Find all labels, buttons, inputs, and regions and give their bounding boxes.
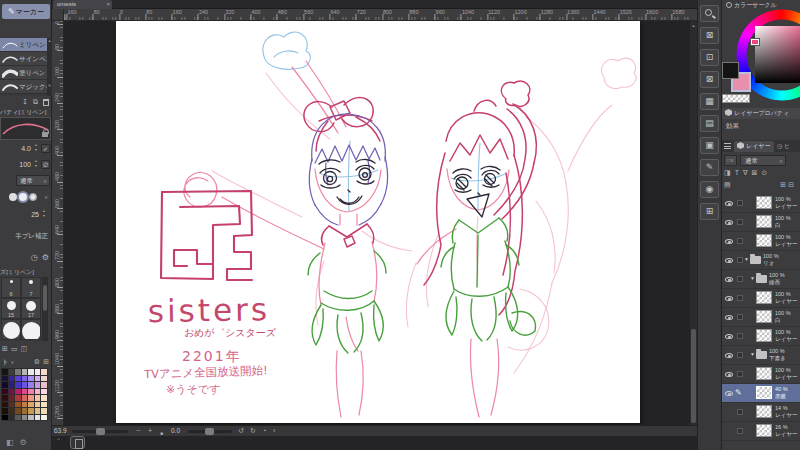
edit-box-icon[interactable]: ✎ xyxy=(700,159,719,176)
opacity-stepper[interactable]: ▲▼ xyxy=(33,159,39,168)
opacity-value[interactable]: 100 xyxy=(19,157,31,172)
layer-checkbox[interactable] xyxy=(737,257,743,263)
scroll-up-icon[interactable]: ▲ xyxy=(690,23,697,28)
layer-checkbox[interactable] xyxy=(737,276,743,282)
layer-thumbnail[interactable] xyxy=(756,367,772,380)
size-preset-large[interactable] xyxy=(21,319,41,340)
layer-row-レイヤー[interactable]: 100 %レイヤー xyxy=(722,194,800,213)
layer-property-header[interactable]: レイヤープロパティ xyxy=(722,108,800,119)
close-box-icon[interactable]: ⊠ xyxy=(700,27,719,44)
eye-icon[interactable] xyxy=(725,334,733,339)
tab-layers[interactable]: レイヤー xyxy=(734,141,774,152)
expand-caret-icon[interactable]: ⌃ xyxy=(56,437,61,444)
layer-thumbnail[interactable] xyxy=(756,291,772,304)
size-preset-7[interactable]: 7 xyxy=(21,277,41,298)
new-layer-icon[interactable]: ⊞ xyxy=(780,181,786,188)
zoom-out-icon[interactable]: − xyxy=(136,426,140,436)
rotate-ccw-icon[interactable]: ↺ xyxy=(238,426,244,436)
layer-blend-dropdown[interactable]: 通常∨ xyxy=(740,155,786,166)
navigator-chip-icon[interactable] xyxy=(70,436,85,449)
eye-icon[interactable] xyxy=(725,277,733,282)
prev-icon[interactable]: ◧ xyxy=(6,438,14,447)
brush-size-stepper[interactable]: ▲▼ xyxy=(33,143,39,152)
menu-icon[interactable] xyxy=(724,143,731,149)
folder-box-icon[interactable]: ▤ xyxy=(700,115,719,132)
canvas-viewport[interactable]: sisters おめが゛シスターズ 2201年 TVアニメ全国放送開始! ※うそ… xyxy=(64,21,690,425)
brush-list-scrollbar[interactable]: ▲▼ xyxy=(47,38,52,96)
trash-icon[interactable] xyxy=(43,99,49,106)
layer-thumbnail[interactable] xyxy=(756,234,772,247)
main-color-swatch[interactable] xyxy=(722,62,739,79)
transparent-color-swatch[interactable] xyxy=(722,94,750,103)
lock-icon[interactable]: ⊠ xyxy=(752,169,758,176)
add-box-icon[interactable]: ⊞ xyxy=(700,203,719,220)
layer-row-白[interactable]: 100 %白 xyxy=(722,308,800,327)
brush-item-ミリペン[interactable]: ミリペン xyxy=(0,38,47,52)
eye-icon[interactable] xyxy=(725,353,733,358)
antialias-mid-option[interactable] xyxy=(19,193,27,201)
camera-box-icon[interactable]: ◉ xyxy=(700,181,719,198)
layer-row-レイヤー[interactable]: 14 %レイヤー xyxy=(722,403,800,422)
layer-thumbnail[interactable] xyxy=(756,424,772,437)
eye-icon[interactable] xyxy=(725,296,733,301)
sv-square[interactable] xyxy=(755,26,800,83)
canvas-paper[interactable]: sisters おめが゛シスターズ 2201年 TVアニメ全国放送開始! ※うそ… xyxy=(116,21,640,423)
size-preset-17[interactable]: 17 xyxy=(21,298,41,319)
eye-icon[interactable] xyxy=(725,201,733,206)
register-brush-icon[interactable]: ↧ xyxy=(22,96,28,107)
hue-handle[interactable] xyxy=(751,39,759,45)
layer-thumbnail[interactable] xyxy=(756,329,772,342)
size-preset-6[interactable]: 6 xyxy=(1,277,21,298)
chevron-down-icon[interactable]: ▼ xyxy=(750,351,755,357)
layer-checkbox[interactable] xyxy=(737,333,743,339)
brush-item-塗りペン[interactable]: 塗りペン xyxy=(0,66,47,80)
text-icon[interactable]: T xyxy=(735,169,739,176)
zoom-slider-knob[interactable] xyxy=(96,428,105,435)
layer-row-レイヤー[interactable]: 100 %レイヤー xyxy=(722,365,800,384)
close-icon[interactable]: × xyxy=(106,0,110,9)
zoom-slider[interactable] xyxy=(72,430,128,433)
reset-rotation-icon[interactable]: ◔ xyxy=(262,426,266,436)
size-preset-large[interactable] xyxy=(1,319,21,340)
layer-row-白[interactable]: 100 %白 xyxy=(722,213,800,232)
clip-icon[interactable]: ◨ xyxy=(724,169,731,176)
chevron-down-icon[interactable]: ▼ xyxy=(744,256,749,262)
zoom-in-icon[interactable]: + xyxy=(148,426,152,436)
eye-icon[interactable] xyxy=(725,220,733,225)
layer-checkbox[interactable] xyxy=(737,295,743,301)
chevron-down-icon[interactable]: ▼ xyxy=(750,275,755,281)
layer-checkbox[interactable] xyxy=(737,219,743,225)
eye-icon[interactable] xyxy=(725,258,733,263)
close-box-icon-2[interactable]: ⊠ xyxy=(700,71,719,88)
alpha-lock-icon[interactable]: ⊙ xyxy=(761,169,767,176)
rotation-slider-knob[interactable] xyxy=(205,428,214,435)
layer-thumbnail[interactable] xyxy=(756,310,772,323)
duplicate-brush-icon[interactable]: ⧉ xyxy=(33,96,38,107)
layer-row-レイヤー[interactable]: 100 %レイヤー xyxy=(722,232,800,251)
flip-icon[interactable]: ‹ xyxy=(273,426,275,436)
rotate-cw-icon[interactable]: ↻ xyxy=(250,426,256,436)
brush-item-サインペン[interactable]: サインペン xyxy=(0,52,47,66)
layer-checkbox[interactable] xyxy=(737,409,743,415)
new-folder-icon[interactable]: ⊟ xyxy=(788,181,794,188)
lock-icon[interactable] xyxy=(42,132,48,137)
layer-thumbnail[interactable] xyxy=(756,386,772,399)
tone-box-icon[interactable]: ▦ xyxy=(700,93,719,110)
size-preset-15[interactable]: 15 xyxy=(1,298,21,319)
layer-thumbnail[interactable] xyxy=(756,215,772,228)
brush-item-マジックペン[interactable]: マジックペン xyxy=(0,80,47,94)
brush-size-value[interactable]: 4.0 xyxy=(21,141,31,156)
blend-mode-dropdown[interactable]: 通常∨ xyxy=(16,175,50,186)
layer-row-リオ[interactable]: ▼100 %リオ xyxy=(722,251,800,270)
settings-icon[interactable]: ⚙ xyxy=(20,438,27,447)
vertical-scrollbar[interactable]: ▲ xyxy=(690,21,697,425)
grid-view-icon[interactable]: ⊞ xyxy=(2,345,8,352)
history-icon[interactable]: ◷ xyxy=(31,253,38,262)
edit-colorset-icon[interactable]: ⚙ xyxy=(34,356,40,367)
scroll-thumb[interactable] xyxy=(43,285,47,311)
layer-checkbox[interactable] xyxy=(737,200,743,206)
layer-thumbnail[interactable] xyxy=(756,405,772,418)
eye-icon[interactable] xyxy=(725,391,733,396)
palette-view-icon[interactable]: ▤ xyxy=(724,181,731,188)
eye-icon[interactable] xyxy=(725,315,733,320)
